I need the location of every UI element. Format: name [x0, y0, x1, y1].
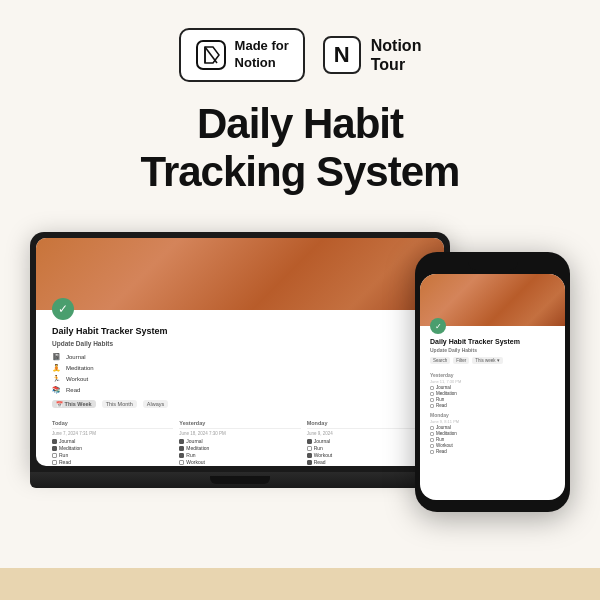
list-item: 🧘 Meditation	[52, 364, 428, 372]
notion-logo-icon	[195, 39, 227, 71]
laptop-notch	[210, 476, 270, 484]
workout-icon: 🏃	[52, 375, 61, 383]
yesterday-column: Yesterday June 18, 2024 7:30 PM Journal …	[179, 420, 300, 466]
checkbox	[430, 444, 434, 448]
list-item: Journal	[430, 425, 555, 430]
list-item: Read	[307, 459, 428, 465]
yesterday-date: June 18, 2024 7:30 PM	[179, 431, 300, 436]
list-item: Workout	[307, 452, 428, 458]
monday-date: June 9, 2024	[307, 431, 428, 436]
laptop-base	[30, 472, 450, 488]
list-item: Journal	[430, 385, 555, 390]
monday-column: Monday June 9, 2024 Journal Run Workout …	[307, 420, 428, 466]
today-header: Today	[52, 420, 173, 429]
laptop-page-subtitle: Update Daily Habits	[36, 340, 444, 353]
meditation-icon: 🧘	[52, 364, 61, 372]
today-column: Today June 7, 2024 7:31 PM Journal Medit…	[52, 420, 173, 466]
laptop-screen-outer: ✓ Daily Habit Tracker System Update Dail…	[30, 232, 450, 472]
today-date: June 7, 2024 7:31 PM	[52, 431, 173, 436]
checkbox	[52, 446, 57, 451]
header-badges: Made for Notion N Notion Tour	[179, 28, 422, 82]
checkbox	[430, 450, 434, 454]
notion-tour-text: Notion Tour	[371, 36, 422, 74]
list-item: 📚 Read	[52, 386, 428, 394]
laptop-tabs: 📅 This Week This Month Always	[36, 394, 444, 412]
laptop-habit-list: 📓 Journal 🧘 Meditation 🏃 Workout 📚 Read	[36, 353, 444, 394]
list-item: Run	[307, 445, 428, 451]
list-item: Meditation	[179, 445, 300, 451]
phone-yesterday-section: Yesterday June 11, 7:30 PM Journal Medit…	[430, 372, 555, 408]
laptop-columns: Today June 7, 2024 7:31 PM Journal Medit…	[36, 412, 444, 466]
list-item: Workout	[179, 459, 300, 465]
made-for-notion-text: Made for Notion	[235, 38, 289, 72]
yesterday-header: Yesterday	[179, 420, 300, 429]
list-item: Meditation	[430, 391, 555, 396]
checkbox	[179, 439, 184, 444]
checkbox	[179, 446, 184, 451]
checkbox	[179, 453, 184, 458]
checkbox	[179, 460, 184, 465]
checkbox	[52, 439, 57, 444]
list-item: Read	[52, 459, 173, 465]
phone-monday-date: June 9, 8:11 PM	[430, 419, 555, 424]
list-item: Run	[430, 397, 555, 402]
tab-this-week[interactable]: 📅 This Week	[52, 400, 96, 408]
checkbox	[430, 386, 434, 390]
list-item: Run	[179, 452, 300, 458]
list-item: Journal	[179, 438, 300, 444]
read-icon: 📚	[52, 386, 61, 394]
checkbox	[430, 392, 434, 396]
list-item: Journal	[307, 438, 428, 444]
notion-tour-n-icon: N	[323, 36, 361, 74]
list-item: Workout	[430, 443, 555, 448]
phone-screen: ✓ Daily Habit Tracker System Update Dail…	[420, 274, 565, 500]
devices-container: ✓ Daily Habit Tracker System Update Dail…	[30, 232, 570, 512]
phone-tab-filter[interactable]: Filter	[453, 357, 469, 364]
phone-tabs: Search Filter This week ▾	[420, 357, 565, 368]
phone-columns: Yesterday June 11, 7:30 PM Journal Medit…	[420, 368, 565, 462]
list-item: Meditation	[52, 445, 173, 451]
list-item: Run	[52, 452, 173, 458]
checkbox	[52, 453, 57, 458]
list-item: Run	[430, 437, 555, 442]
checkbox	[430, 404, 434, 408]
main-title: Daily Habit Tracking System	[141, 100, 460, 197]
phone-mockup: ✓ Daily Habit Tracker System Update Dail…	[415, 252, 570, 512]
checkbox	[430, 426, 434, 430]
laptop-screen-inner: ✓ Daily Habit Tracker System Update Dail…	[36, 238, 444, 466]
checkbox	[430, 432, 434, 436]
phone-yesterday-header: Yesterday	[430, 372, 555, 378]
phone-page-subtitle: Update Daily Habits	[420, 347, 565, 357]
made-for-notion-badge: Made for Notion	[179, 28, 305, 82]
checkbox	[307, 439, 312, 444]
journal-icon: 📓	[52, 353, 61, 361]
laptop-cover-image: ✓	[36, 238, 444, 310]
list-item: Journal	[52, 438, 173, 444]
phone-yesterday-date: June 11, 7:30 PM	[430, 379, 555, 384]
phone-monday-header: Monday	[430, 412, 555, 418]
checkbox	[307, 446, 312, 451]
list-item: Read	[430, 449, 555, 454]
checkbox	[430, 398, 434, 402]
list-item: Read	[430, 403, 555, 408]
phone-tab-this-week[interactable]: This week ▾	[472, 357, 503, 364]
tab-this-month[interactable]: This Month	[102, 400, 137, 408]
list-item: 📓 Journal	[52, 353, 428, 361]
laptop-mockup: ✓ Daily Habit Tracker System Update Dail…	[30, 232, 450, 502]
checkbox	[52, 460, 57, 465]
list-item: 🏃 Workout	[52, 375, 428, 383]
bottom-strip	[0, 568, 600, 600]
checkbox	[307, 453, 312, 458]
phone-tab-search[interactable]: Search	[430, 357, 450, 364]
phone-notch	[468, 260, 518, 270]
list-item: Meditation	[430, 431, 555, 436]
notion-tour-badge: N Notion Tour	[323, 36, 422, 74]
tab-always[interactable]: Always	[143, 400, 168, 408]
checkbox	[430, 438, 434, 442]
phone-monday-section: Monday June 9, 8:11 PM Journal Meditatio…	[430, 412, 555, 454]
checkbox	[307, 460, 312, 465]
monday-header: Monday	[307, 420, 428, 429]
laptop-page-title: Daily Habit Tracker System	[36, 310, 444, 340]
